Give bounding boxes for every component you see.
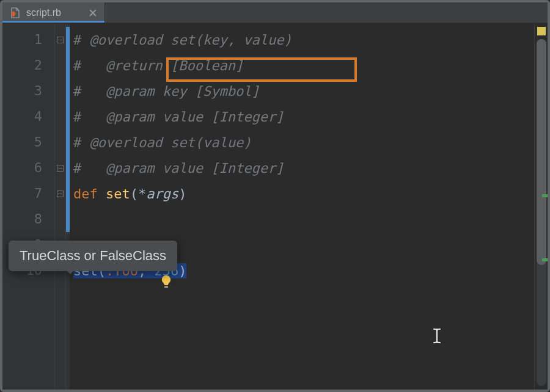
line-number: 1 — [2, 27, 54, 53]
analysis-status-icon[interactable] — [537, 27, 546, 35]
tab-script-rb[interactable]: script.rb — [2, 2, 105, 23]
change-mark-icon[interactable] — [542, 258, 548, 261]
line-number-gutter: 1 2 3 4 5 6 7 8 9 10 — [2, 23, 55, 390]
line-number: 8 — [2, 206, 54, 232]
fold-gutter — [55, 23, 66, 390]
code-line: def set(*args) — [70, 181, 534, 206]
editor-area: 1 2 3 4 5 6 7 8 9 10 — [2, 23, 548, 390]
code-line: # @overload set(key, value) — [70, 27, 534, 53]
tab-label: script.rb — [26, 7, 61, 18]
intention-bulb-icon[interactable] — [160, 275, 172, 289]
line-number: 7 — [2, 181, 54, 206]
tooltip-text: TrueClass or FalseClass — [20, 248, 166, 263]
line-number: 3 — [2, 78, 54, 104]
line-number: 6 — [2, 155, 54, 181]
code-line: # @param value [Integer] — [70, 104, 534, 129]
change-mark-icon[interactable] — [542, 194, 548, 197]
line-number: 4 — [2, 104, 54, 129]
fold-marker-icon[interactable] — [57, 165, 64, 172]
fold-marker-icon[interactable] — [57, 37, 64, 43]
code-line: # @param value [Integer] — [70, 155, 534, 181]
code-line — [70, 206, 534, 232]
line-number: 2 — [2, 53, 54, 78]
code-line: # @return [Boolean] — [70, 53, 534, 78]
scrollbar-thumb[interactable] — [537, 39, 546, 265]
quick-doc-tooltip: TrueClass or FalseClass — [9, 241, 177, 271]
code-line: # @param key [Symbol] — [70, 78, 534, 104]
code-line: # @overload set(value) — [70, 129, 534, 155]
ide-window: script.rb 1 2 3 4 5 6 7 8 9 10 — [0, 0, 550, 392]
line-number: 5 — [2, 129, 54, 155]
svg-rect-0 — [164, 286, 168, 288]
fold-marker-icon[interactable] — [57, 191, 64, 197]
editor-tabbar: script.rb — [2, 2, 548, 23]
code-area[interactable]: # @overload set(key, value) # @return [B… — [70, 23, 534, 390]
error-stripe[interactable] — [534, 23, 548, 390]
close-icon[interactable] — [89, 9, 97, 17]
ruby-file-icon — [10, 7, 21, 18]
scrollbar-track[interactable] — [537, 39, 546, 386]
